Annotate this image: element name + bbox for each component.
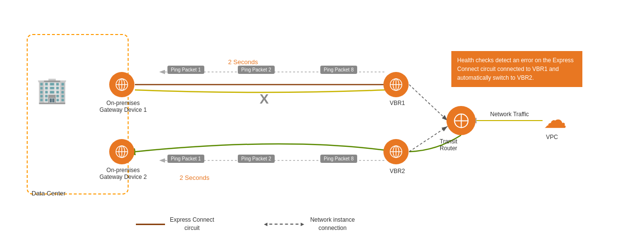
datacenter-label: Data Center bbox=[32, 190, 66, 197]
transit-router-icon bbox=[446, 106, 476, 135]
vpc-cloud-icon: ☁ bbox=[544, 106, 567, 133]
seconds-label-top: 2 Seconds bbox=[228, 58, 258, 66]
ping-packet-top-1: Ping Packet 1 bbox=[167, 66, 204, 74]
legend-line-orange bbox=[136, 224, 165, 225]
vbr2-icon bbox=[383, 139, 409, 164]
alert-box: Health checks detect an error on the Exp… bbox=[451, 51, 582, 87]
vbr2-label: VBR2 bbox=[390, 168, 405, 175]
legend-item-network-instance: ◄ ► Network instanceconnection bbox=[263, 216, 355, 232]
alert-text: Health checks detect an error on the Exp… bbox=[457, 57, 574, 81]
gw1-label: On-premisesGateway Device 1 bbox=[99, 100, 147, 113]
seconds-label-bottom: 2 Seconds bbox=[180, 174, 209, 181]
legend: Express Connectcircuit ◄ ► Network insta… bbox=[136, 216, 355, 232]
svg-line-6 bbox=[409, 85, 447, 121]
legend-label-express-connect: Express Connectcircuit bbox=[170, 216, 214, 232]
legend-label-network-instance: Network instanceconnection bbox=[310, 216, 355, 232]
gw2-label: On-premisesGateway Device 2 bbox=[99, 167, 147, 180]
tr-label: TransitRouter bbox=[440, 138, 457, 152]
network-traffic-label: Network Traffic bbox=[490, 111, 529, 118]
diagram-container: Data Center 🏢 bbox=[0, 0, 644, 246]
ping-packet-top-2: Ping Packet 2 bbox=[238, 66, 275, 74]
ping-packet-bot-8: Ping Packet 8 bbox=[320, 155, 357, 163]
gw2-icon bbox=[109, 139, 134, 164]
x-mark: X bbox=[260, 91, 269, 107]
vbr1-icon bbox=[383, 72, 409, 97]
ping-packet-top-8: Ping Packet 8 bbox=[320, 66, 357, 74]
ping-packet-bot-2: Ping Packet 2 bbox=[238, 155, 275, 163]
ping-packet-bot-1: Ping Packet 1 bbox=[167, 155, 204, 163]
vpc-label: VPC bbox=[546, 134, 558, 141]
gw1-icon bbox=[109, 72, 134, 97]
legend-item-express-connect: Express Connectcircuit bbox=[136, 216, 214, 232]
building-icon: 🏢 bbox=[36, 75, 68, 105]
vbr1-label: VBR1 bbox=[390, 100, 405, 106]
